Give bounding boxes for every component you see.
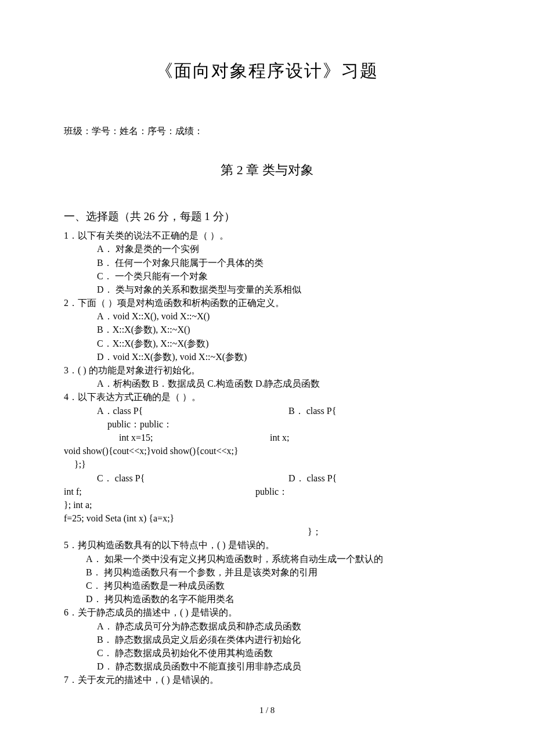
q2-option-c: C．X::X(参数), X::~X(参数) (64, 337, 470, 350)
q6-option-b: B． 静态数据成员定义后必须在类体内进行初始化 (64, 633, 470, 646)
page-number: 1 / 8 (64, 704, 470, 717)
q4-row5: };} (64, 458, 470, 471)
q4-row8: }; int a; (64, 498, 470, 512)
q5-option-a: A． 如果一个类中没有定义拷贝构造函数时，系统将自动生成一个默认的 (64, 552, 470, 566)
q4-row3-left: int x=15; (119, 431, 270, 444)
q4-row7-left: int f; (64, 485, 255, 498)
q2-option-a: A．void X::X(), void X::~X() (64, 309, 470, 323)
q4-row1-left: A．class P{ (97, 404, 288, 417)
question-2: 2．下面（ ）项是对构造函数和析构函数的正确定义。 A．void X::X(),… (64, 296, 470, 363)
q1-option-d: D． 类与对象的关系和数据类型与变量的关系相似 (64, 283, 470, 296)
q4-stem: 4．以下表达方式正确的是（ ）。 (64, 390, 470, 404)
q4-row3-right: int x; (270, 431, 289, 444)
question-4: 4．以下表达方式正确的是（ ）。 A．class P{ B． class P{ … (64, 390, 470, 538)
q5-option-b: B． 拷贝构造函数只有一个参数，并且是该类对象的引用 (64, 566, 470, 579)
q6-option-a: A． 静态成员可分为静态数据成员和静态成员函数 (64, 620, 470, 633)
q5-stem: 5．拷贝构造函数具有的以下特点中，( ) 是错误的。 (64, 538, 470, 552)
question-3: 3．( ) 的功能是对象进行初始化。 A．析构函数 B．数据成员 C.构造函数 … (64, 363, 470, 390)
q4-row7-right: public： (255, 485, 288, 498)
q1-option-b: B． 任何一个对象只能属于一个具体的类 (64, 256, 470, 269)
q3-options: A．析构函数 B．数据成员 C.构造函数 D.静态成员函数 (64, 377, 470, 390)
q5-option-d: D． 拷贝构造函数的名字不能用类名 (64, 592, 470, 606)
q3-stem: 3．( ) 的功能是对象进行初始化。 (64, 363, 470, 377)
q1-option-a: A． 对象是类的一个实例 (64, 242, 470, 255)
q5-option-c: C． 拷贝构造函数是一种成员函数 (64, 579, 470, 592)
document-title: 《面向对象程序设计》习题 (64, 58, 470, 84)
q7-stem: 7．关于友元的描述中，( ) 是错误的。 (64, 673, 470, 686)
q4-row2: public：public： (64, 417, 470, 431)
q2-option-d: D．void X::X(参数), void X::~X(参数) (64, 350, 470, 363)
chapter-heading: 第 2 章 类与对象 (64, 161, 470, 179)
q4-row9: f=25; void Seta (int x) {a=x;} (64, 512, 470, 525)
question-1: 1．以下有关类的说法不正确的是（ ）。 A． 对象是类的一个实例 B． 任何一个… (64, 229, 470, 296)
student-info-line: 班级：学号：姓名：序号：成绩： (64, 124, 470, 138)
q2-stem: 2．下面（ ）项是对构造函数和析构函数的正确定义。 (64, 296, 470, 309)
question-7: 7．关于友元的描述中，( ) 是错误的。 (64, 673, 470, 686)
q6-option-d: D． 静态数据成员函数中不能直接引用非静态成员 (64, 660, 470, 673)
q4-row6-right: D． class P{ (288, 471, 470, 485)
section-1-heading: 一、选择题（共 26 分，每题 1 分） (64, 208, 470, 225)
question-5: 5．拷贝构造函数具有的以下特点中，( ) 是错误的。 A． 如果一个类中没有定义… (64, 538, 470, 606)
q6-stem: 6．关于静态成员的描述中，( ) 是错误的。 (64, 606, 470, 619)
q4-row6-left: C． class P{ (97, 471, 288, 485)
q4-row1-right: B． class P{ (288, 404, 470, 417)
q4-row10: }； (64, 525, 470, 538)
q4-row4: void show(){cout<<x;}void show(){cout<<x… (64, 444, 470, 458)
q1-stem: 1．以下有关类的说法不正确的是（ ）。 (64, 229, 470, 242)
q6-option-c: C． 静态数据成员初始化不使用其构造函数 (64, 646, 470, 660)
q2-option-b: B．X::X(参数), X::~X() (64, 323, 470, 336)
q1-option-c: C． 一个类只能有一个对象 (64, 269, 470, 283)
question-6: 6．关于静态成员的描述中，( ) 是错误的。 A． 静态成员可分为静态数据成员和… (64, 606, 470, 673)
